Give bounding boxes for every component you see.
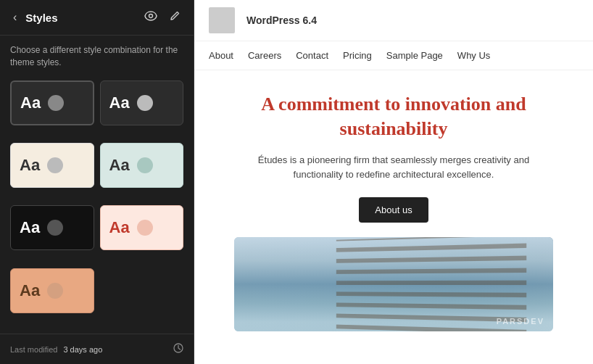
styles-panel: ‹ Styles Choose a different style combin… xyxy=(0,0,194,364)
style-aa-label: Aa xyxy=(109,95,130,111)
style-dot xyxy=(47,283,63,299)
nav-why-us[interactable]: Why Us xyxy=(457,50,491,61)
style-aa-label: Aa xyxy=(109,157,130,173)
style-dot xyxy=(48,95,64,111)
style-aa-label: Aa xyxy=(20,283,40,299)
image-watermark: PARSDEV xyxy=(497,317,544,326)
style-aa-label: Aa xyxy=(20,157,40,173)
clock-icon xyxy=(173,343,183,355)
style-dot xyxy=(137,220,153,236)
wp-logo xyxy=(209,7,235,33)
style-card-orange-tan[interactable]: Aa xyxy=(10,268,94,313)
style-dot xyxy=(47,157,63,173)
preview-content: A commitment to innovation and sustainab… xyxy=(194,70,593,364)
hero-subtext: Études is a pioneering firm that seamles… xyxy=(256,153,531,183)
nav-pricing[interactable]: Pricing xyxy=(343,50,372,61)
style-card-red-light[interactable]: Aa xyxy=(100,205,184,250)
nav-careers[interactable]: Careers xyxy=(248,50,281,61)
styles-grid: Aa Aa Aa Aa Aa Aa Aa xyxy=(0,78,194,334)
last-modified-label: Last modified xyxy=(10,345,57,354)
style-aa-label: Aa xyxy=(109,220,130,236)
panel-footer: Last modified 3 days ago xyxy=(0,334,194,364)
style-dot xyxy=(47,220,63,236)
style-aa-label: Aa xyxy=(20,95,41,111)
wp-version-label: WordPress 6.4 xyxy=(246,15,317,26)
preview-navigation: About Careers Contact Pricing Sample Pag… xyxy=(194,41,593,70)
style-dot xyxy=(137,95,153,111)
preview-header: WordPress 6.4 xyxy=(194,0,593,41)
style-dot xyxy=(137,157,153,173)
style-card-teal-mint[interactable]: Aa xyxy=(100,143,184,188)
about-us-button[interactable]: About us xyxy=(359,197,428,223)
back-button[interactable]: ‹ xyxy=(10,9,20,25)
last-modified-time: 3 days ago xyxy=(63,345,102,354)
style-card-warm-beige[interactable]: Aa xyxy=(10,143,94,188)
hero-image: PARSDEV xyxy=(234,237,553,331)
style-card-dark-plain[interactable]: Aa xyxy=(10,80,94,125)
nav-contact[interactable]: Contact xyxy=(296,50,328,61)
panel-description: Choose a different style combination for… xyxy=(0,36,194,78)
style-card-dark-white[interactable]: Aa xyxy=(100,80,184,125)
style-card-dark-pure[interactable]: Aa xyxy=(10,205,94,250)
nav-sample-page[interactable]: Sample Page xyxy=(386,50,443,61)
edit-icon-button[interactable] xyxy=(166,9,183,26)
hero-heading: A commitment to innovation and sustainab… xyxy=(234,92,553,141)
nav-about[interactable]: About xyxy=(209,50,233,61)
svg-point-0 xyxy=(149,15,153,18)
panel-icon-group xyxy=(141,9,183,26)
preview-panel: WordPress 6.4 About Careers Contact Pric… xyxy=(194,0,593,364)
preview-icon-button[interactable] xyxy=(141,9,160,26)
panel-title: Styles xyxy=(25,12,141,24)
style-aa-label: Aa xyxy=(20,220,40,236)
panel-header: ‹ Styles xyxy=(0,0,194,36)
